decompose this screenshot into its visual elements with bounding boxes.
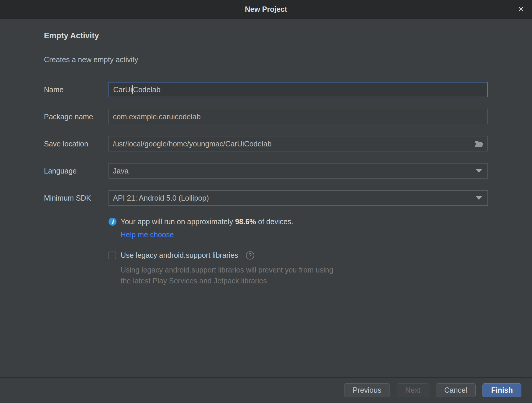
info-icon: i: [109, 218, 116, 226]
name-value-after-caret: Codelab: [133, 85, 160, 94]
package-name-control: [109, 109, 488, 124]
legacy-description-line: Using legacy android.support libraries w…: [121, 265, 333, 275]
page-title: Empty Activity: [44, 31, 99, 40]
legacy-checkbox-row: Use legacy android.support libraries ?: [109, 251, 333, 260]
save-location-control: [109, 136, 488, 151]
sdk-coverage-text: Your app will run on approximately 98.6%…: [121, 217, 293, 226]
dialog-titlebar: New Project ✕: [0, 0, 532, 19]
project-form: Name CarUiCodelab Package name Save loca…: [44, 82, 488, 217]
name-input[interactable]: CarUiCodelab: [109, 82, 488, 97]
legacy-description-line: the latest Play Services and Jetpack lib…: [121, 275, 333, 286]
save-location-input[interactable]: [109, 136, 488, 151]
language-row: Language Java: [44, 163, 488, 179]
name-row: Name CarUiCodelab: [44, 82, 488, 97]
legacy-libraries-description: Using legacy android.support libraries w…: [121, 265, 333, 286]
minimum-sdk-select[interactable]: API 21: Android 5.0 (Lollipop): [109, 190, 488, 206]
legacy-libraries-section: Use legacy android.support libraries ? U…: [109, 251, 333, 286]
cancel-button[interactable]: Cancel: [436, 383, 476, 397]
minimum-sdk-selected-value: API 21: Android 5.0 (Lollipop): [113, 194, 209, 202]
name-value-before-caret: CarUi: [113, 85, 132, 94]
language-selected-value: Java: [113, 167, 129, 175]
package-name-label: Package name: [44, 113, 109, 121]
sdk-coverage-info: i Your app will run on approximately 98.…: [109, 217, 293, 239]
save-location-label: Save location: [44, 140, 109, 148]
finish-button[interactable]: Finish: [482, 383, 521, 397]
legacy-libraries-label: Use legacy android.support libraries: [121, 251, 238, 260]
language-select[interactable]: Java: [109, 163, 488, 179]
name-label: Name: [44, 85, 109, 94]
close-icon[interactable]: ✕: [518, 0, 524, 18]
save-location-row: Save location: [44, 136, 488, 151]
folder-open-icon[interactable]: [474, 139, 484, 148]
new-project-dialog: New Project ✕ Empty Activity Creates a n…: [0, 0, 532, 403]
dialog-title: New Project: [0, 0, 532, 18]
sdk-coverage-message: i Your app will run on approximately 98.…: [109, 217, 293, 226]
legacy-libraries-checkbox[interactable]: [109, 252, 116, 259]
minimum-sdk-control: API 21: Android 5.0 (Lollipop): [109, 190, 488, 206]
page-subtitle: Creates a new empty activity: [44, 55, 138, 64]
language-control: Java: [109, 163, 488, 179]
sdk-coverage-percent: 98.6%: [235, 217, 256, 226]
previous-button[interactable]: Previous: [344, 383, 390, 397]
next-button: Next: [397, 383, 429, 397]
help-me-choose-link[interactable]: Help me choose: [121, 230, 293, 239]
package-name-row: Package name: [44, 109, 488, 124]
help-icon[interactable]: ?: [246, 251, 254, 260]
package-name-input[interactable]: [109, 109, 488, 124]
chevron-down-icon[interactable]: [476, 196, 482, 200]
minimum-sdk-label: Minimum SDK: [44, 194, 109, 202]
text-caret: [132, 85, 133, 94]
dialog-footer: Previous Next Cancel Finish: [0, 377, 532, 403]
name-control: CarUiCodelab: [109, 82, 488, 97]
chevron-down-icon[interactable]: [476, 169, 482, 173]
minimum-sdk-row: Minimum SDK API 21: Android 5.0 (Lollipo…: [44, 190, 488, 206]
language-label: Language: [44, 167, 109, 175]
dialog-content: Empty Activity Creates a new empty activ…: [0, 19, 532, 377]
